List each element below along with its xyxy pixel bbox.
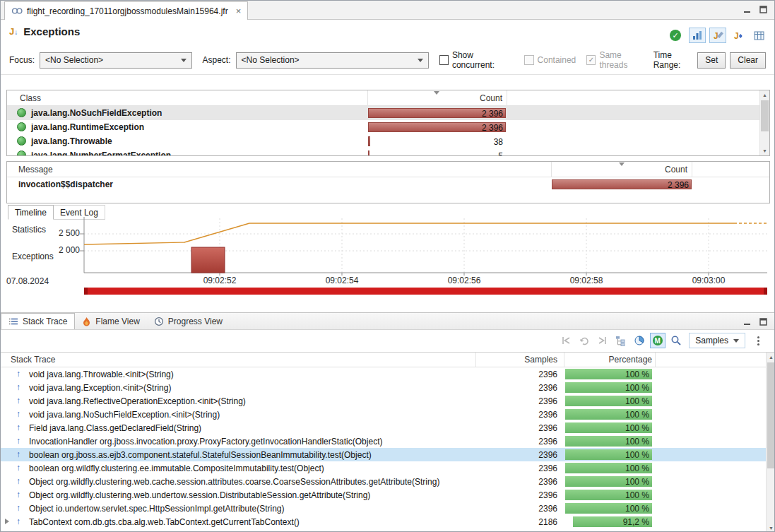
page-title-text: Exceptions [23,25,80,37]
tree-view-button[interactable] [613,333,629,348]
y-axis-tick: 2 000 [45,245,80,255]
scrollbar[interactable]: ▲ ▼ [766,353,775,532]
frame-up-icon: ↑ [16,422,20,432]
scroll-down-icon[interactable]: ▼ [760,146,769,155]
class-table-row[interactable]: java.lang.NumberFormatException 5 [7,148,769,156]
reset-frame-group-button[interactable] [576,333,592,348]
stack-frame-row[interactable]: ↑ boolean org.wildfly.clustering.ee.immu… [1,461,775,475]
frame-text: void java.lang.Exception.<init>(String) [29,383,171,393]
class-table-row[interactable]: java.lang.Throwable 38 [7,134,769,148]
minimize-icon[interactable] [743,6,751,13]
scrollbar-thumb[interactable] [767,362,775,468]
count-column-header[interactable]: Count [480,93,502,103]
tab-stack-trace[interactable]: Stack Trace [1,313,75,329]
method-profiling-button[interactable]: M [650,333,665,348]
pie-chart-icon [634,335,645,346]
stack-frame-row[interactable]: ↑ Field java.lang.Class.getDeclaredField… [1,421,775,435]
edit-rules-button[interactable]: J [709,28,726,43]
count-value: 38 [494,137,503,147]
percentage-value: 100 % [625,370,649,379]
samples-value: 2396 [481,383,557,393]
tab-flame-view[interactable]: Flame View [75,313,146,329]
stack-frame-row[interactable]: ↑ Object org.wildfly.clustering.web.unde… [1,488,775,502]
table-view-button[interactable] [750,28,767,43]
percentage-value: 100 % [625,490,649,500]
percentage-value: 91,2 % [623,517,649,527]
java-edit-icon: J [713,30,723,40]
class-table-row[interactable]: java.lang.RuntimeException 2 396 [7,120,769,134]
message-table: Message Count invocation$$dispatcher 2 3… [6,161,770,203]
message-column-header[interactable]: Message [18,165,53,175]
scroll-down-icon[interactable]: ▼ [767,524,775,532]
chevron-down-icon [733,339,739,345]
previous-frame-group-button[interactable] [558,333,574,348]
stack-frame-row[interactable]: ↑ void java.lang.NoSuchFieldException.<i… [1,408,775,421]
focus-dropdown[interactable]: <No Selection> [40,52,191,69]
same-threads-option: ✓ Same threads [586,50,648,70]
minimize-icon[interactable] [743,318,751,326]
scrollbar-thumb[interactable] [761,100,769,131]
timeline-chart[interactable] [1,213,775,288]
scrollbar[interactable]: ▲ ▼ [759,90,769,155]
range-handle-left[interactable] [84,288,88,295]
scroll-up-icon[interactable]: ▲ [760,90,769,100]
samples-dropdown[interactable]: Samples [689,333,745,348]
y-axis-tick: 2 500 [45,228,80,238]
view-menu-button[interactable] [750,333,766,348]
toolbar-actions: M Samples [558,333,766,348]
tab-progress-view[interactable]: Progress View [147,313,230,329]
next-frame-group-button[interactable] [595,333,610,348]
percentage-column-header[interactable]: Percentage [564,355,652,365]
message-table-header[interactable]: Message Count [7,162,769,177]
stack-frame-row[interactable]: ↑ void java.lang.Throwable.<init>(String… [1,367,775,381]
stack-frame-row[interactable]: ↑ InvocationHandler org.jboss.invocation… [1,435,775,448]
class-table-header[interactable]: Class Count [7,90,769,106]
message-table-row[interactable]: invocation$$dispatcher 2 396 [7,177,769,191]
time-range-selector[interactable] [84,288,767,295]
aspect-dropdown[interactable]: <No Selection> [236,52,429,69]
samples-column-header[interactable]: Samples [481,355,557,365]
find-frame-button[interactable] [668,333,684,348]
percentage-cell: 100 % [565,396,652,406]
class-column-header[interactable]: Class [20,93,41,103]
scroll-up-icon[interactable]: ▲ [767,353,775,362]
set-button[interactable]: Set [697,52,726,69]
stack-frame-row[interactable]: ↑ void java.lang.ReflectiveOperationExce… [1,394,775,408]
focus-value: <No Selection> [45,55,103,65]
percentage-value: 100 % [625,410,649,420]
frame-text: Object io.undertow.servlet.spec.HttpSess… [29,504,285,514]
column-divider[interactable] [475,353,476,367]
show-concurrent-checkbox[interactable] [439,55,449,65]
column-divider[interactable] [367,90,368,105]
maximize-icon[interactable] [759,6,767,13]
stack-frame-row-expandable[interactable]: ↑ TabContext com.db.gts.cba.alg.web.TabC… [1,515,775,528]
range-handle-right[interactable] [764,288,767,295]
class-table-row[interactable]: java.lang.NoSuchFieldException 2 396 [7,106,769,120]
stack-frame-row[interactable]: ↑ Object org.wildfly.clustering.web.cach… [1,475,775,488]
column-divider[interactable] [655,353,656,367]
group-by-pie-button[interactable] [632,333,647,348]
stack-frame-row-selected[interactable]: ↑ boolean org.jboss.as.ejb3.component.st… [1,448,775,461]
stack-column-header[interactable]: Stack Trace [11,355,55,365]
close-icon[interactable]: × [236,6,242,16]
clear-button[interactable]: Clear [730,52,766,69]
expand-chevron-icon[interactable] [5,519,12,524]
x-axis-tick: 09:02:52 [199,276,241,285]
stack-frame-row[interactable]: ↑ Object io.undertow.servlet.spec.HttpSe… [1,502,775,515]
stack-table-header[interactable]: Stack Trace Samples Percentage [1,353,775,367]
export-button[interactable]: J [730,28,747,43]
tab-timeline[interactable]: Timeline [8,205,54,220]
arrow-back-icon [560,335,572,346]
class-icon [17,136,26,146]
column-divider[interactable] [692,162,692,177]
stack-frame-row[interactable]: ↑ void java.lang.Exception.<init>(String… [1,381,775,394]
editor-tab-jfr[interactable]: flight_recording_17011orgjbossmodulesMai… [4,1,248,20]
histogram-units-button[interactable] [689,28,706,43]
bar-chart-icon [692,30,703,40]
contained-label: Contained [538,55,576,65]
flame-icon [82,317,91,326]
count-column-header[interactable]: Count [665,165,687,175]
column-divider[interactable] [551,162,552,177]
maximize-icon[interactable] [759,318,767,326]
column-divider[interactable] [507,90,507,105]
